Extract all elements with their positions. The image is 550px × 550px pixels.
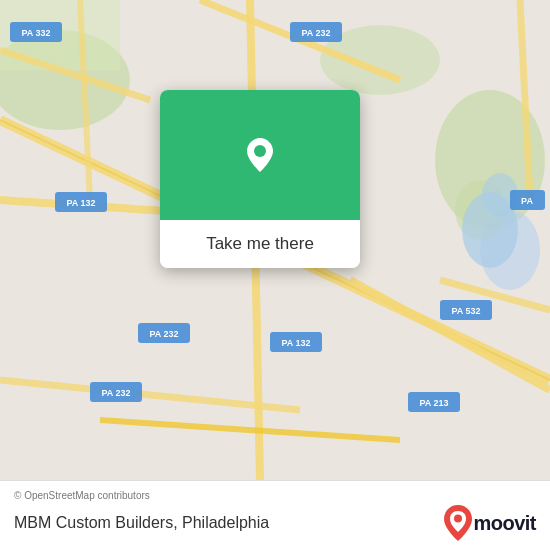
svg-text:PA 232: PA 232 xyxy=(149,329,178,339)
svg-text:PA 213: PA 213 xyxy=(419,398,448,408)
take-me-there-button[interactable]: Take me there xyxy=(160,220,360,268)
map-container: PA 332 PA 232 PA 132 PA 232 PA 132 PA 53… xyxy=(0,0,550,480)
place-name-text: MBM Custom Builders, Philadelphia xyxy=(14,514,269,532)
svg-text:PA 232: PA 232 xyxy=(101,388,130,398)
svg-point-41 xyxy=(454,515,462,523)
popup-card: Take me there xyxy=(160,90,360,268)
location-pin-icon xyxy=(233,128,287,182)
svg-text:PA 332: PA 332 xyxy=(21,28,50,38)
popup-green-area xyxy=(160,90,360,220)
svg-text:PA 532: PA 532 xyxy=(451,306,480,316)
svg-text:PA 132: PA 132 xyxy=(66,198,95,208)
bottom-bar: © OpenStreetMap contributors MBM Custom … xyxy=(0,480,550,550)
svg-point-40 xyxy=(254,145,266,157)
svg-text:PA 132: PA 132 xyxy=(281,338,310,348)
moovit-pin-icon xyxy=(443,505,473,541)
svg-text:PA: PA xyxy=(521,196,533,206)
moovit-brand-text: moovit xyxy=(473,512,536,535)
attribution: © OpenStreetMap contributors xyxy=(14,490,536,501)
svg-text:PA 232: PA 232 xyxy=(301,28,330,38)
moovit-logo: moovit xyxy=(443,505,536,541)
attribution-text: © OpenStreetMap contributors xyxy=(14,490,150,501)
place-info-row: MBM Custom Builders, Philadelphia moovit xyxy=(14,505,536,541)
